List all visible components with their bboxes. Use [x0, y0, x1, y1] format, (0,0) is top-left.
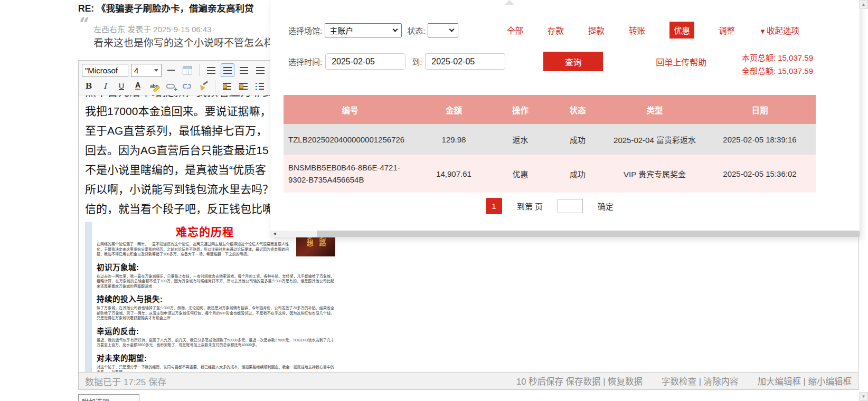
- bold-button[interactable]: B: [82, 79, 96, 93]
- cell-id: TZLB2025020400000001256726: [284, 124, 417, 155]
- abc-pencil-icon: abc: [150, 83, 158, 89]
- scroll-left-arrow-icon[interactable]: ◀: [271, 231, 278, 237]
- clear-format-button[interactable]: [196, 79, 210, 93]
- embedded-article-image: 难忘的历程 梦想 之路 在网络的某个论坛混了一两年，一直不知道还有这个论坛，这两…: [85, 222, 337, 372]
- collapse-options-link[interactable]: ▼收起选项: [759, 24, 799, 36]
- col-operation: 操作: [491, 95, 550, 124]
- table-header-row: 编号 金额 操作 状态 类型 日期: [284, 95, 816, 124]
- align-center-icon: [223, 67, 232, 74]
- cell-amount: 14,907.61: [417, 155, 491, 193]
- toolbar-divider: [199, 64, 200, 76]
- font-size-value: 4: [134, 66, 138, 75]
- article-sidebar-strip: [85, 222, 92, 372]
- article-paragraph: 最近，我的运气似乎有所好转，赢回了八九万，前几天，我已分多笔成功提款了50000…: [97, 338, 334, 348]
- cell-date: 2025-02-05 18:39:16: [704, 124, 816, 155]
- outdent-icon: [223, 83, 231, 90]
- wordcount-clear-links[interactable]: 字数检查 | 清除内容: [662, 375, 738, 387]
- records-table: 编号 金额 操作 状态 类型 日期 TZLB202502040000000125…: [284, 95, 816, 193]
- align-left-button[interactable]: [204, 63, 218, 77]
- time-label: 选择时间:: [288, 56, 322, 67]
- table-row: BNSMBB5EB0B46-8B6E-4721-9302-B735A456654…: [284, 155, 816, 193]
- align-right-icon: [240, 67, 248, 74]
- col-id: 编号: [284, 95, 417, 124]
- table-row: TZLB2025020400000001256726 129.98 返水 成功 …: [284, 124, 816, 155]
- goto-page-input[interactable]: [558, 199, 583, 213]
- pagination: 1 到第 页 确定: [284, 198, 816, 214]
- indent-button[interactable]: [237, 79, 250, 93]
- status-select[interactable]: [428, 23, 458, 37]
- cell-status: 成功: [550, 155, 606, 193]
- date-to-input[interactable]: [425, 53, 505, 70]
- totals-summary: 本页总额: 15,037.59 全部总额: 15,037.59: [742, 51, 813, 78]
- cell-operation: 返水: [491, 124, 550, 155]
- font-color-button[interactable]: A: [131, 79, 145, 93]
- quote-content: 看来这也是你写的这个小说呀不管怎么样: [93, 35, 274, 49]
- font-family-select[interactable]: "Microsof: [82, 64, 128, 77]
- align-left-icon: [207, 67, 215, 74]
- quote-author-line: 左西右东 发表于 2025-9-15 06:43: [93, 23, 211, 34]
- venue-label: 选择场馆:: [288, 25, 322, 36]
- venue-value: 主账户: [329, 25, 353, 36]
- cell-date: 2025-02-05 15:36:02: [704, 155, 816, 193]
- chevron-down-icon: [154, 69, 158, 72]
- align-justify-icon: [256, 67, 265, 74]
- horizontal-scrollbar[interactable]: ◀: [270, 231, 860, 237]
- tab-deposit[interactable]: 存款: [548, 24, 564, 36]
- resize-editor-links[interactable]: 加大编辑框 | 缩小编辑框: [758, 375, 852, 387]
- tab-withdraw[interactable]: 提款: [588, 24, 605, 36]
- underline-button[interactable]: U: [115, 79, 128, 93]
- to-label: 到:: [412, 56, 422, 67]
- insert-hr-button[interactable]: [164, 63, 178, 77]
- horizontal-scrollbar-thumb[interactable]: [317, 231, 860, 237]
- italic-button[interactable]: I: [98, 79, 112, 93]
- cell-id: BNSMBB5EB0B46-8B6E-4721-9302-B735A456654…: [284, 155, 417, 193]
- article-intro: 在网络的某个论坛混了一两年，一直不知道还有这个论坛，这两天通过网友朋友介绍得知这…: [97, 242, 289, 257]
- save-restore-links[interactable]: 10 秒后保存 保存数据 | 恢复数据: [516, 375, 643, 387]
- tab-all[interactable]: 全部: [507, 24, 523, 36]
- cell-type: 2025-02-04 富贵彩返水: [606, 124, 704, 155]
- goto-page-label: 到第 页: [517, 200, 543, 212]
- col-date: 日期: [704, 95, 816, 124]
- bottom-partial-control[interactable]: 附加选项: [78, 394, 139, 401]
- table-icon: [183, 66, 192, 74]
- ordered-list-icon: [256, 83, 264, 90]
- cell-status: 成功: [550, 124, 606, 155]
- article-heading: 持续的投入与损失:: [97, 293, 334, 304]
- align-center-button[interactable]: [221, 63, 234, 77]
- editor-status-bar: 数据已于 17:25 保存 10 秒后保存 保存数据 | 恢复数据 字数检查 |…: [79, 372, 858, 389]
- insert-link-button[interactable]: [164, 79, 177, 93]
- align-right-button[interactable]: [237, 63, 251, 77]
- font-size-select[interactable]: 4: [131, 64, 162, 77]
- tab-adjust[interactable]: 调整: [719, 24, 735, 36]
- cell-amount: 129.98: [417, 124, 491, 155]
- scroll-down-arrow-icon[interactable]: ▼: [859, 392, 868, 401]
- indent-icon: [239, 83, 248, 90]
- confirm-page-button[interactable]: 确定: [598, 200, 614, 212]
- remove-link-button[interactable]: [180, 79, 194, 93]
- col-type: 类型: [606, 95, 704, 124]
- status-label: 状态:: [407, 25, 425, 36]
- receipt-upload-help-link[interactable]: 回单上传帮助: [656, 55, 706, 68]
- font-family-value: "Microsof: [85, 66, 118, 75]
- quote-icon: “: [79, 15, 90, 33]
- triangle-down-icon: ▼: [759, 27, 766, 35]
- autosave-status: 数据已于 17:25 保存: [85, 375, 166, 388]
- unlink-icon: [183, 84, 191, 89]
- hr-icon: [167, 70, 175, 71]
- link-icon: [166, 84, 175, 89]
- spellcheck-button[interactable]: abc: [147, 79, 161, 93]
- tab-promo[interactable]: 优惠: [669, 22, 694, 39]
- query-button[interactable]: 查询: [543, 52, 603, 71]
- date-filter-row: 选择时间: 到: 查询 回单上传帮助: [288, 52, 706, 71]
- date-from-input[interactable]: [325, 53, 405, 70]
- tab-transfer[interactable]: 转账: [629, 24, 645, 36]
- thread-title: RE: 《我骗妻子刷脸办卡，借遍亲友高利贷: [78, 1, 254, 14]
- outdent-button[interactable]: [220, 79, 234, 93]
- insert-table-button[interactable]: [181, 63, 194, 77]
- font-color-icon: A: [135, 82, 140, 90]
- record-type-tabs: 全部 存款 提款 转账 优惠 调整 ▼收起选项: [507, 22, 799, 39]
- page-1-button[interactable]: 1: [486, 198, 502, 214]
- article-paragraph: 在过去的一两年里，我一直在万象城娱乐，只要账上有钱，一有时间就会去他家游戏，每个…: [97, 274, 334, 289]
- venue-select[interactable]: 主账户: [325, 23, 402, 37]
- scroll-up-arrow-icon[interactable]: ▲: [859, 0, 868, 9]
